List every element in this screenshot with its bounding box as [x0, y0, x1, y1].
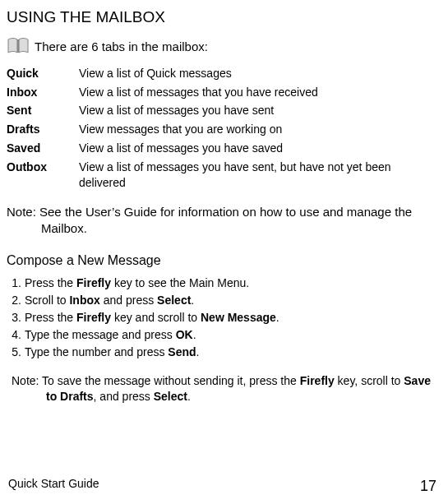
- step-number: 1.: [7, 275, 25, 291]
- page-number: 17: [420, 476, 436, 496]
- footer-title: Quick Start Guide: [8, 476, 99, 496]
- tab-label: Saved: [7, 141, 79, 156]
- tab-desc: View a list of messages you have sent, b…: [79, 160, 408, 191]
- tab-label: Quick: [7, 66, 79, 81]
- step-text: Press the Firefly key and scroll to New …: [25, 310, 279, 326]
- step-number: 2.: [7, 293, 25, 308]
- tab-desc: View messages that you are working on: [79, 122, 282, 137]
- tabs-definition-list: Quick View a list of Quick messages Inbo…: [7, 64, 438, 192]
- page-footer: Quick Start Guide 17: [8, 476, 436, 496]
- step-text: Scroll to Inbox and press Select.: [25, 293, 194, 308]
- step-row: 1. Press the Firefly key to see the Main…: [7, 275, 438, 292]
- step-row: 2. Scroll to Inbox and press Select.: [7, 292, 438, 309]
- tab-label: Inbox: [7, 85, 79, 100]
- note-save-draft: Note: To save the message without sendin…: [46, 373, 438, 405]
- page-title: USING THE MAILBOX: [7, 7, 438, 28]
- step-row: 3. Press the Firefly key and scroll to N…: [7, 309, 438, 326]
- tab-row: Sent View a list of messages you have se…: [7, 101, 438, 120]
- note-usage: Note: See the User’s Guide for informati…: [41, 204, 438, 238]
- tab-desc: View a list of messages you have sent: [79, 103, 274, 118]
- step-text: Press the Firefly key to see the Main Me…: [25, 275, 249, 291]
- step-number: 3.: [7, 310, 25, 326]
- tab-row: Saved View a list of messages you have s…: [7, 139, 438, 158]
- section-subtitle: Compose a New Message: [7, 252, 438, 270]
- open-book-icon: [7, 36, 30, 56]
- step-row: 5. Type the number and press Send.: [7, 344, 438, 361]
- tab-label: Outbox: [7, 160, 79, 191]
- svg-rect-0: [17, 39, 19, 53]
- step-row: 4. Type the message and press OK.: [7, 326, 438, 344]
- tab-row: Inbox View a list of messages that you h…: [7, 83, 438, 102]
- compose-steps: 1. Press the Firefly key to see the Main…: [7, 275, 438, 360]
- tab-desc: View a list of messages that you have re…: [79, 85, 318, 100]
- tab-label: Drafts: [7, 122, 79, 137]
- step-text: Type the message and press OK.: [25, 327, 196, 343]
- tab-label: Sent: [7, 103, 79, 118]
- step-text: Type the number and press Send.: [25, 344, 199, 360]
- tab-row: Drafts View messages that you are workin…: [7, 120, 438, 139]
- tab-row: Outbox View a list of messages you have …: [7, 158, 438, 192]
- intro-line: There are 6 tabs in the mailbox:: [7, 36, 438, 56]
- tab-desc: View a list of messages you have saved: [79, 141, 283, 156]
- step-number: 5.: [7, 344, 25, 360]
- tab-desc: View a list of Quick messages: [79, 66, 232, 81]
- tab-row: Quick View a list of Quick messages: [7, 64, 438, 83]
- intro-text: There are 6 tabs in the mailbox:: [35, 39, 208, 55]
- step-number: 4.: [7, 327, 25, 343]
